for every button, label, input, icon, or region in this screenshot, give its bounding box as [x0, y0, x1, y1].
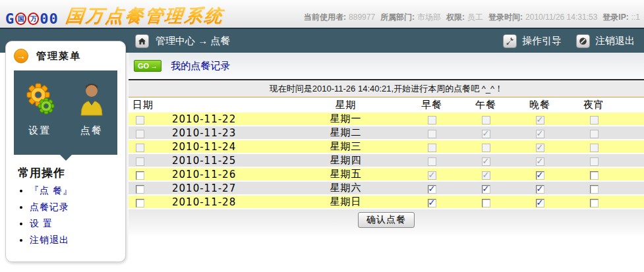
row-select-checkbox	[136, 144, 144, 152]
sidebar-link[interactable]: 注销退出	[30, 234, 69, 245]
logout-link[interactable]: 注销退出	[595, 35, 635, 47]
col-header-dinner: 晚餐	[513, 97, 567, 113]
col-header-weekday: 星期	[287, 97, 405, 113]
breakfast-checkbox	[428, 116, 436, 124]
col-header-breakfast: 早餐	[405, 97, 459, 113]
go-button-label: GO	[138, 62, 149, 70]
row-select-checkbox[interactable]	[136, 199, 144, 207]
records-toolbar: GO → 我的点餐记录	[129, 53, 644, 79]
date-cell: 2010-11-24	[151, 140, 287, 153]
table-header-row: 日期 星期 早餐 午餐 晚餐 夜宵	[129, 97, 644, 113]
lunch-checkbox[interactable]	[482, 199, 490, 207]
dinner-checkbox[interactable]	[536, 171, 544, 180]
nightsnack-checkbox[interactable]	[590, 199, 599, 207]
row-select-checkbox[interactable]	[136, 171, 144, 180]
breakfast-checkbox	[428, 144, 436, 152]
nightsnack-checkbox[interactable]	[590, 171, 599, 180]
user-info-value: 员工	[467, 13, 483, 22]
sidebar-title: 管理菜单	[36, 50, 81, 63]
lunch-checkbox	[482, 144, 490, 152]
date-cell: 2010-11-28	[151, 195, 287, 209]
table-row: 2010-11-24星期三	[129, 140, 644, 153]
wrench-icon[interactable]	[503, 34, 517, 48]
date-cell: 2010-11-26	[151, 167, 287, 181]
sidebar-link[interactable]: 点餐记录	[30, 202, 69, 212]
dinner-checkbox[interactable]	[536, 199, 544, 207]
order-table-body: 2010-11-22星期一2010-11-23星期二2010-11-24星期三2…	[129, 113, 644, 209]
weekday-cell: 星期六	[287, 181, 405, 195]
lunch-checkbox[interactable]	[482, 185, 490, 194]
breadcrumb-current: 点餐	[210, 35, 230, 46]
breadcrumb-root[interactable]: 管理中心	[156, 35, 195, 46]
breadcrumb-arrow: →	[198, 35, 208, 46]
breakfast-checkbox	[428, 157, 436, 166]
weekday-cell: 星期四	[287, 153, 405, 167]
lunch-checkbox	[482, 130, 490, 138]
breakfast-checkbox	[428, 130, 436, 138]
row-select-checkbox	[136, 116, 144, 124]
date-cell: 2010-11-22	[151, 113, 287, 126]
home-icon[interactable]	[135, 34, 149, 48]
company-logo: G 国 万 00	[5, 11, 59, 27]
sidebar-link[interactable]: 『点 餐』	[30, 185, 73, 196]
lunch-checkbox	[482, 116, 490, 124]
sidebar-item-order-label: 点餐	[80, 124, 103, 136]
row-select-checkbox	[136, 130, 144, 138]
sidebar-header: → 管理菜单	[6, 41, 125, 69]
nightsnack-checkbox	[590, 144, 599, 152]
logo-zeros: 00	[40, 11, 59, 27]
dinner-checkbox	[536, 116, 544, 124]
lunch-checkbox	[482, 157, 490, 166]
person-icon	[74, 81, 109, 118]
logo-circle-wan: 万	[28, 13, 39, 25]
nightsnack-checkbox	[590, 116, 599, 124]
breakfast-checkbox[interactable]	[428, 199, 436, 207]
logo-letter: G	[5, 11, 15, 27]
weekday-cell: 星期三	[287, 140, 405, 153]
sidebar-link-item: 设 置	[30, 218, 125, 230]
user-info-value: 市场部	[417, 13, 441, 22]
table-row: 2010-11-25星期四	[129, 153, 644, 167]
user-info-bar: 当前使用者:889977所属部门:市场部权限:员工登录时间:2010/11/26…	[299, 12, 640, 23]
user-info-value: 889977	[349, 13, 375, 22]
confirm-order-button[interactable]: 确认点餐	[358, 212, 415, 228]
user-info-label: 当前使用者:	[304, 13, 346, 22]
my-records-link[interactable]: 我的点餐记录	[171, 60, 230, 72]
dinner-checkbox	[536, 130, 544, 138]
sidebar-link-list: 『点 餐』点餐记录设 置注销退出	[30, 185, 125, 246]
go-button[interactable]: GO →	[134, 60, 161, 72]
orange-arrow-icon: →	[14, 49, 28, 63]
user-info-label: 登录时间:	[488, 13, 523, 22]
sidebar-item-settings[interactable]: 设置	[14, 70, 66, 155]
sidebar-link-item: 『点 餐』	[30, 185, 125, 197]
nightsnack-checkbox[interactable]	[590, 185, 599, 194]
notice-bar: 现在时间是2010-11-26 14:40:21,开始进行本周的点餐吧 ^_^！	[129, 79, 644, 97]
breakfast-checkbox[interactable]	[428, 185, 436, 194]
user-info-label: 所属部门:	[380, 13, 415, 22]
guide-link[interactable]: 操作引导	[522, 35, 562, 47]
weekday-cell: 星期日	[287, 195, 405, 209]
sidebar-link[interactable]: 设 置	[30, 218, 53, 229]
col-header-lunch: 午餐	[459, 97, 513, 113]
sidebar-quick-icons: 设置 点餐	[14, 70, 117, 155]
row-select-checkbox[interactable]	[136, 185, 144, 194]
sidebar-item-order[interactable]: 点餐	[66, 70, 118, 155]
weekday-cell: 星期二	[287, 126, 405, 140]
sidebar-panel: → 管理菜单	[5, 41, 126, 262]
date-cell: 2010-11-25	[151, 153, 287, 167]
dinner-checkbox[interactable]	[536, 185, 544, 194]
logout-icon[interactable]	[576, 34, 590, 48]
brand-title: 国万点餐管理系统	[65, 4, 225, 28]
date-cell: 2010-11-23	[151, 126, 287, 140]
dinner-checkbox	[536, 144, 544, 152]
col-header-nightsnack: 夜宵	[567, 97, 621, 113]
logo-circle-guo: 国	[15, 13, 26, 25]
go-arrow-icon: →	[150, 62, 158, 70]
order-table: 日期 星期 早餐 午餐 晚餐 夜宵 2010-11-22星期一2010-11-2…	[129, 97, 644, 209]
user-info-label: 权限:	[446, 13, 465, 22]
breakfast-checkbox	[428, 171, 436, 180]
nightsnack-checkbox	[590, 130, 599, 138]
table-row: 2010-11-28星期日	[129, 195, 644, 209]
weekday-cell: 星期一	[287, 113, 405, 126]
dinner-checkbox	[536, 157, 544, 166]
